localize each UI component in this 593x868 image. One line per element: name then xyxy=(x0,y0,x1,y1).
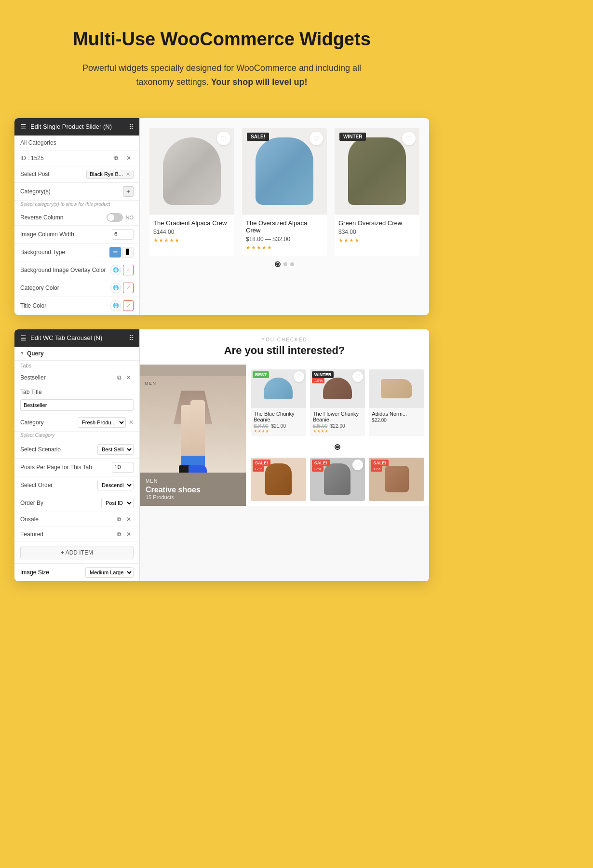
hat-brown-visual xyxy=(323,378,352,399)
select-scenario-row: Select Scenario Best Selling xyxy=(14,441,139,459)
bg-overlay-color-clear[interactable]: ⟋ xyxy=(123,265,134,275)
order-by-row: Order By Post ID xyxy=(14,494,139,512)
grid-dots-icon[interactable]: ⠿ xyxy=(129,123,134,131)
slider-dots xyxy=(149,256,419,269)
bg-type-color-btn[interactable]: ▊ xyxy=(122,247,134,258)
category-color-row: Category Color 🌐 ⟋ xyxy=(14,279,139,297)
background-type-label: Background Type xyxy=(20,249,65,256)
sale-badge-2: SALE! xyxy=(247,133,269,141)
product-visual-olive-jacket xyxy=(348,137,406,205)
copy-onsale-icon[interactable]: ⧉ xyxy=(114,515,124,524)
select-post-tag[interactable]: Black Rye B... ✕ xyxy=(86,170,134,179)
percent-badge-4: 17% xyxy=(253,466,264,472)
bag-brown-visual xyxy=(385,466,409,492)
image-column-width-input[interactable] xyxy=(112,229,134,240)
wishlist-mini-1[interactable]: ♡ xyxy=(294,371,304,382)
wishlist-button-3[interactable]: ♡ xyxy=(402,132,416,145)
featured-label: Featured xyxy=(20,531,43,538)
wishlist-button-2[interactable]: ♡ xyxy=(310,132,323,145)
slider-dot-active[interactable] xyxy=(275,261,281,267)
category-select[interactable]: Fresh Produ... xyxy=(78,417,126,428)
product-stars-3: ★★★★ xyxy=(338,237,416,244)
mini-card-5: SALE! 17% ♡ xyxy=(310,458,365,501)
wishlist-button-1[interactable]: ♡ xyxy=(217,132,230,145)
reverse-column-toggle[interactable]: NO xyxy=(107,213,134,222)
close-icon[interactable]: ✕ xyxy=(124,153,134,163)
add-category-button[interactable]: + xyxy=(123,186,134,197)
title-color-clear[interactable]: ⟋ xyxy=(123,300,134,311)
widget2-panel-title: Edit WC Tab Carousel (N) xyxy=(30,334,102,341)
shirt-brown-visual xyxy=(265,463,292,495)
product-name-2: The Oversized Alpaca Crew xyxy=(246,219,323,234)
tab-title-input-wrap xyxy=(14,399,139,414)
query-section-header: ▼ Query xyxy=(14,347,139,361)
order-by-select[interactable]: Post ID xyxy=(101,498,134,508)
add-item-label: + ADD ITEM xyxy=(61,549,93,556)
posts-per-page-row: Posts Per Page for This Tab xyxy=(14,459,139,476)
bg-overlay-color-picker[interactable]: 🌐 xyxy=(110,265,121,275)
slider-dot-2[interactable] xyxy=(283,262,287,266)
background-type-controls: ✏ ▊ xyxy=(109,247,134,258)
category-color-picker[interactable]: 🌐 xyxy=(110,283,121,293)
bg-overlay-color-controls: 🌐 ⟋ xyxy=(110,265,134,275)
widget1-breadcrumb: All Categories xyxy=(14,136,139,150)
carousel-top-row: BEST ♡ The Blue Chunky Beanie $24.00 $21… xyxy=(251,369,424,436)
wishlist-mini-2[interactable]: ♡ xyxy=(352,371,363,382)
widget1-panel-title: Edit Single Product Slider (N) xyxy=(30,123,112,130)
image-size-select[interactable]: Medium Large - 7... xyxy=(85,567,134,578)
carousel-body: MEN MEN Creative shoes xyxy=(140,365,429,506)
category-row: Category(s) + xyxy=(14,183,139,201)
posts-per-page-input[interactable] xyxy=(112,462,134,473)
winter-badge-mini: WINTER xyxy=(312,371,334,378)
tab-item-featured: Featured ⧉ ✕ xyxy=(14,527,139,542)
sale-badge-5: SALE! xyxy=(312,460,330,466)
widget2-panel-header: ☰ Edit WC Tab Carousel (N) ⠿ xyxy=(14,329,139,347)
wishlist-mini-5[interactable]: ♡ xyxy=(352,460,363,470)
close-featured-icon[interactable]: ✕ xyxy=(124,529,134,539)
category-color-clear[interactable]: ⟋ xyxy=(123,283,134,293)
shoe-beige-visual xyxy=(381,379,412,398)
select-scenario-select[interactable]: Best Selling xyxy=(97,444,134,455)
carousel-dot-active[interactable] xyxy=(335,444,340,450)
carousel-dots xyxy=(251,440,424,454)
copy-tab-icon[interactable]: ⧉ xyxy=(114,373,124,382)
close-tab-icon[interactable]: ✕ xyxy=(124,373,134,382)
mini-img-5: SALE! 17% ♡ xyxy=(310,458,365,501)
toggle-track[interactable] xyxy=(107,213,123,222)
bg-overlay-color-row: Background Image Overlay Color 🌐 ⟋ xyxy=(14,261,139,279)
hat-blue-visual xyxy=(264,378,293,399)
tag-remove-icon[interactable]: ✕ xyxy=(126,171,130,177)
toggle-label: NO xyxy=(126,215,134,220)
bg-type-image-btn[interactable]: ✏ xyxy=(109,247,121,258)
copy-icon[interactable]: ⧉ xyxy=(111,153,121,163)
featured-overlay: MEN Creative shoes 15 Products xyxy=(140,473,246,506)
title-color-picker[interactable]: 🌐 xyxy=(110,300,121,311)
product-price-2: $18.00 — $32.00 xyxy=(246,236,323,243)
close-onsale-icon[interactable]: ✕ xyxy=(124,515,134,524)
select-order-select[interactable]: Descending xyxy=(97,480,134,490)
sale-badge-4: SALE! xyxy=(253,460,270,466)
page-title: Multi-Use WooCommerce Widgets xyxy=(14,29,429,50)
winter-badge-3: WINTER xyxy=(339,133,366,141)
product-card-3: WINTER ♡ Green Oversized Crew $34.00 ★★★… xyxy=(335,128,419,256)
posts-per-page-label: Posts Per Page for This Tab xyxy=(20,464,92,471)
slider-dot-3[interactable] xyxy=(290,262,294,266)
mini-price-1: $24.00 $21.00 xyxy=(254,423,303,429)
title-color-controls: 🌐 ⟋ xyxy=(110,300,134,311)
hamburger-icon-2[interactable]: ☰ xyxy=(20,334,27,342)
grid-dots-icon-2[interactable]: ⠿ xyxy=(129,334,134,342)
hamburger-icon[interactable]: ☰ xyxy=(20,123,27,131)
select-scenario-label: Select Scenario xyxy=(20,446,61,453)
mini-img-4: SALE! 17% xyxy=(251,458,306,501)
best-badge: BEST xyxy=(253,371,269,378)
copy-featured-icon[interactable]: ⧉ xyxy=(114,529,124,539)
product-stars-1: ★★★★★ xyxy=(153,237,230,244)
image-size-row: Image Size Medium Large - 7... xyxy=(14,563,139,581)
widget1-sidebar: ☰ Edit Single Product Slider (N) ⠿ All C… xyxy=(14,118,140,315)
add-item-button[interactable]: + ADD ITEM xyxy=(20,546,134,559)
category-clear-icon[interactable]: ✕ xyxy=(129,419,134,426)
tab-title-input[interactable] xyxy=(20,399,134,411)
mini-img-1: BEST ♡ xyxy=(251,369,306,408)
collapse-icon[interactable]: ▼ xyxy=(20,351,24,355)
product-grid: ♡ The Gradient Alpaca Crew $144.00 ★★★★★… xyxy=(149,128,419,256)
